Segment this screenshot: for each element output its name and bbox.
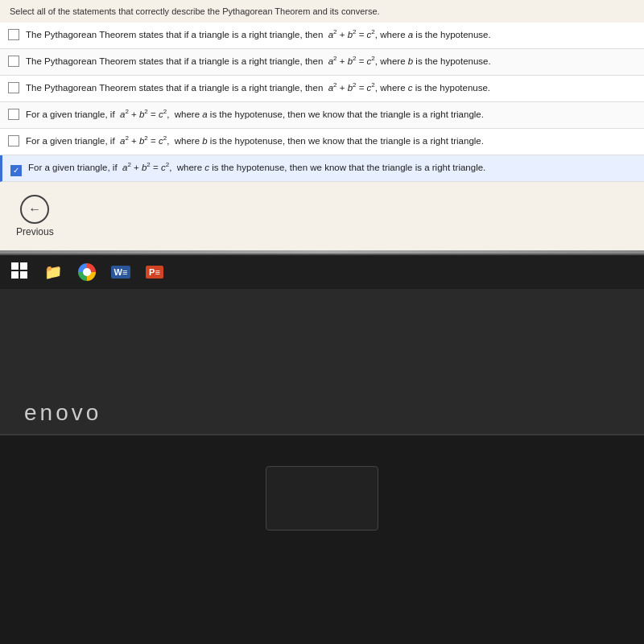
- laptop-body: enovo: [0, 289, 644, 539]
- word-icon: W≡: [111, 266, 131, 279]
- option-item-5[interactable]: For a given triangle, if a2 + b2 = c2, w…: [0, 129, 644, 155]
- option-text-6: For a given triangle, if a2 + b2 = c2, w…: [28, 160, 485, 175]
- word-button[interactable]: W≡: [105, 257, 137, 287]
- checkbox-box-5: [8, 135, 19, 147]
- checkbox-6[interactable]: [10, 162, 22, 176]
- windows-button[interactable]: [3, 257, 35, 287]
- previous-circle-icon: ←: [20, 195, 49, 224]
- quiz-container: Select all of the statements that correc…: [0, 0, 644, 250]
- powerpoint-icon: P≡: [146, 266, 163, 279]
- svg-rect-1: [20, 262, 27, 270]
- checkbox-3[interactable]: [8, 82, 19, 97]
- checkbox-box-3: [8, 82, 19, 93]
- options-list: The Pythagorean Theorem states that if a…: [0, 23, 644, 182]
- checkbox-5[interactable]: [8, 135, 19, 150]
- checkbox-box-6: [10, 165, 22, 176]
- checkbox-4[interactable]: [8, 109, 19, 123]
- taskbar: 📁 W≡ P≡: [0, 254, 644, 289]
- folder-icon: 📁: [44, 263, 62, 281]
- option-item-2[interactable]: The Pythagorean Theorem states that if a…: [0, 49, 644, 76]
- previous-label: Previous: [16, 226, 54, 237]
- checkbox-box-4: [8, 109, 19, 120]
- previous-button[interactable]: ← Previous: [16, 195, 54, 237]
- checkbox-2[interactable]: [8, 56, 19, 70]
- checkbox-box-1: [8, 29, 19, 40]
- nav-area: ← Previous: [0, 182, 644, 250]
- powerpoint-button[interactable]: P≡: [138, 257, 171, 287]
- chrome-icon: [78, 263, 96, 281]
- option-text-2: The Pythagorean Theorem states that if a…: [26, 54, 491, 68]
- checkbox-box-2: [8, 56, 19, 67]
- lenovo-logo: enovo: [24, 400, 101, 426]
- svg-rect-0: [11, 262, 19, 270]
- option-item-1[interactable]: The Pythagorean Theorem states that if a…: [0, 23, 644, 49]
- touchpad: [266, 466, 378, 530]
- keyboard-area: [0, 434, 644, 539]
- option-item-6[interactable]: For a given triangle, if a2 + b2 = c2, w…: [0, 155, 644, 182]
- svg-rect-2: [11, 271, 19, 279]
- option-text-5: For a given triangle, if a2 + b2 = c2, w…: [26, 134, 484, 148]
- instruction-text: Select all of the statements that correc…: [0, 6, 644, 23]
- file-explorer-button[interactable]: 📁: [37, 257, 69, 287]
- option-item-4[interactable]: For a given triangle, if a2 + b2 = c2, w…: [0, 102, 644, 129]
- checkbox-1[interactable]: [8, 29, 19, 43]
- option-item-3[interactable]: The Pythagorean Theorem states that if a…: [0, 76, 644, 102]
- option-text-4: For a given triangle, if a2 + b2 = c2, w…: [26, 107, 484, 122]
- option-text-1: The Pythagorean Theorem states that if a…: [26, 27, 491, 42]
- option-text-3: The Pythagorean Theorem states that if a…: [26, 80, 490, 95]
- svg-rect-3: [20, 271, 27, 279]
- windows-icon: [11, 262, 27, 283]
- chrome-button[interactable]: [71, 257, 103, 287]
